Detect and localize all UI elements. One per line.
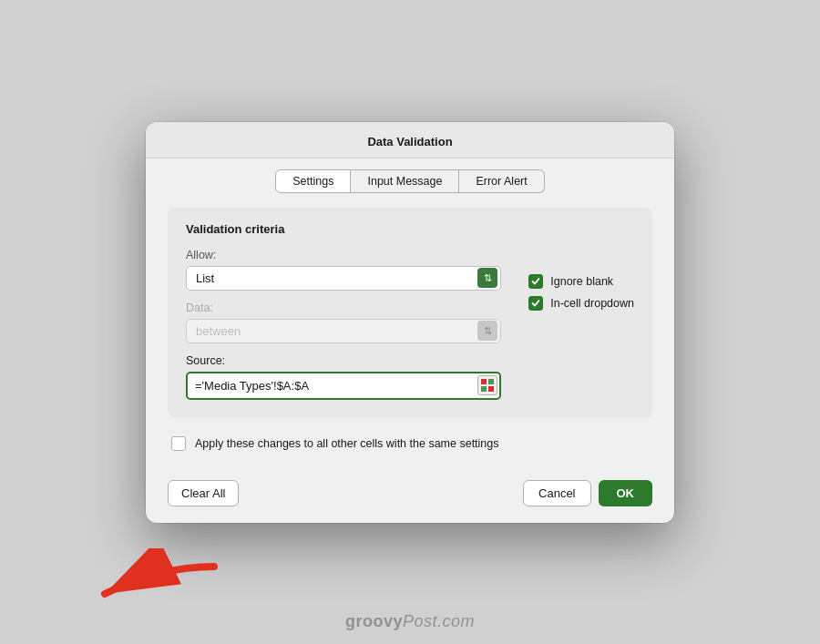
allow-select-wrapper: List ⇅ — [186, 266, 501, 291]
content-panel: Validation criteria Allow: List ⇅ — [168, 208, 652, 418]
data-validation-dialog: Data Validation Settings Input Message E… — [146, 122, 674, 523]
apply-row: Apply these changes to all other cells w… — [168, 436, 652, 451]
dialog-body: Validation criteria Allow: List ⇅ — [146, 193, 674, 469]
svg-rect-0 — [481, 379, 487, 384]
data-select-wrapper: between ⇅ — [186, 319, 501, 343]
data-label: Data: — [186, 302, 501, 314]
form-right: Ignore blank In-cell dropdown — [528, 249, 634, 311]
source-label: Source: — [186, 354, 501, 367]
apply-text: Apply these changes to all other cells w… — [195, 437, 499, 450]
ignore-blank-row: Ignore blank — [528, 274, 634, 289]
tab-error-alert[interactable]: Error Alert — [459, 169, 544, 193]
svg-rect-2 — [481, 386, 487, 392]
dialog-titlebar: Data Validation — [146, 122, 674, 158]
checkmark-icon-2 — [531, 299, 540, 308]
right-buttons: Cancel OK — [523, 480, 652, 506]
section-title: Validation criteria — [186, 222, 634, 236]
in-cell-dropdown-checkbox[interactable] — [528, 296, 543, 311]
allow-select[interactable]: List — [186, 266, 501, 291]
grid-icon — [481, 379, 494, 392]
form-left: Allow: List ⇅ Data: between — [186, 249, 501, 400]
svg-rect-3 — [488, 386, 494, 392]
svg-rect-1 — [488, 379, 494, 384]
source-input-wrapper — [186, 372, 501, 400]
source-input[interactable] — [186, 372, 501, 400]
tabs-row: Settings Input Message Error Alert — [146, 158, 674, 193]
ignore-blank-checkbox[interactable] — [528, 274, 543, 289]
data-select[interactable]: between — [186, 319, 501, 343]
ignore-blank-label: Ignore blank — [550, 275, 613, 288]
tab-input-message[interactable]: Input Message — [351, 169, 459, 193]
in-cell-dropdown-row: In-cell dropdown — [528, 296, 634, 311]
clear-all-button[interactable]: Clear All — [168, 480, 239, 506]
tab-settings[interactable]: Settings — [275, 169, 351, 193]
watermark: groovyPost.com — [345, 612, 475, 631]
apply-checkbox[interactable] — [171, 436, 186, 451]
form-row: Allow: List ⇅ Data: between — [186, 249, 634, 400]
ok-button[interactable]: OK — [599, 480, 653, 506]
allow-label: Allow: — [186, 249, 501, 261]
cancel-button[interactable]: Cancel — [523, 480, 590, 506]
arrow-icon — [87, 548, 232, 621]
source-collapse-button[interactable] — [477, 375, 497, 395]
dialog-title: Data Validation — [367, 135, 452, 148]
in-cell-dropdown-label: In-cell dropdown — [550, 297, 634, 310]
bottom-row: Clear All Cancel OK — [146, 469, 674, 523]
arrow-container — [87, 548, 232, 624]
checkmark-icon — [531, 277, 540, 286]
